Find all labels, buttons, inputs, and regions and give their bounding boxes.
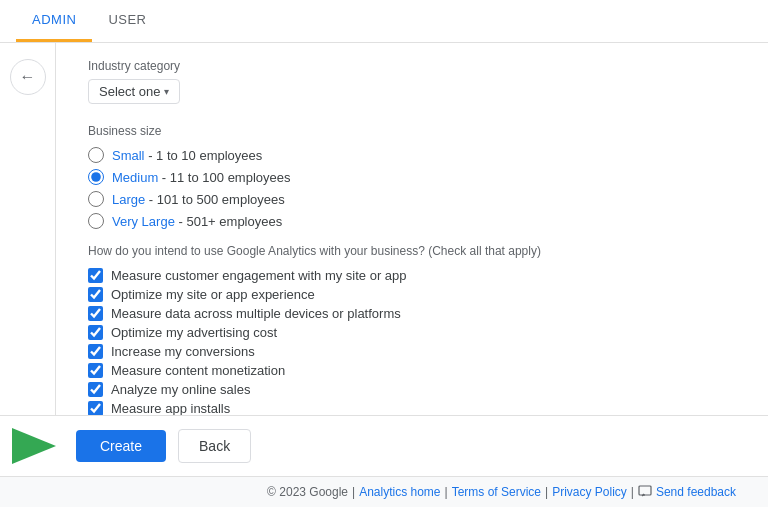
footer-sep4: | (631, 485, 634, 499)
list-item: Optimize my site or app experience (88, 285, 736, 304)
footer-sep3: | (545, 485, 548, 499)
radio-very-large: Very Large - 501+ employees (88, 210, 736, 232)
green-arrow-icon (12, 428, 56, 464)
business-size-group: Small - 1 to 10 employees Medium - 11 to… (88, 144, 736, 232)
cb1-label[interactable]: Measure customer engagement with my site… (111, 268, 407, 283)
checkbox-cb5[interactable] (88, 344, 103, 359)
radio-large: Large - 101 to 500 employees (88, 188, 736, 210)
main-layout: ← Industry category Select one ▾ Busines… (0, 43, 768, 415)
radio-small-input[interactable] (88, 147, 104, 163)
radio-small-label[interactable]: Small - 1 to 10 employees (112, 148, 262, 163)
radio-medium-label[interactable]: Medium - 11 to 100 employees (112, 170, 291, 185)
checkbox-cb1[interactable] (88, 268, 103, 283)
cb8-label[interactable]: Measure app installs (111, 401, 230, 415)
tab-user[interactable]: USER (92, 0, 162, 42)
cb7-label[interactable]: Analyze my online sales (111, 382, 250, 397)
feedback-icon (638, 485, 652, 499)
checkbox-cb2[interactable] (88, 287, 103, 302)
footer-copyright: © 2023 Google (267, 485, 348, 499)
cb3-label[interactable]: Measure data across multiple devices or … (111, 306, 401, 321)
bottom-bar: Create Back (0, 415, 768, 476)
radio-medium: Medium - 11 to 100 employees (88, 166, 736, 188)
footer-terms[interactable]: Terms of Service (452, 485, 541, 499)
checkbox-cb7[interactable] (88, 382, 103, 397)
business-size-label: Business size (88, 124, 736, 138)
checkbox-cb4[interactable] (88, 325, 103, 340)
checkbox-cb3[interactable] (88, 306, 103, 321)
radio-small: Small - 1 to 10 employees (88, 144, 736, 166)
footer-send-feedback[interactable]: Send feedback (656, 485, 736, 499)
list-item: Optimize my advertising cost (88, 323, 736, 342)
list-item: Measure customer engagement with my site… (88, 266, 736, 285)
select-one-label: Select one (99, 84, 160, 99)
cb5-label[interactable]: Increase my conversions (111, 344, 255, 359)
cb6-label[interactable]: Measure content monetization (111, 363, 285, 378)
top-tabs: ADMIN USER (0, 0, 768, 43)
cb4-label[interactable]: Optimize my advertising cost (111, 325, 277, 340)
back-button[interactable]: Back (178, 429, 251, 463)
svg-rect-1 (639, 486, 651, 495)
checkbox-cb8[interactable] (88, 401, 103, 415)
radio-large-label[interactable]: Large - 101 to 500 employees (112, 192, 285, 207)
sidebar: ← (0, 43, 56, 415)
checkbox-group: Measure customer engagement with my site… (88, 266, 736, 415)
radio-large-input[interactable] (88, 191, 104, 207)
svg-marker-0 (12, 428, 56, 464)
action-row: Create Back (32, 428, 736, 464)
radio-very-large-input[interactable] (88, 213, 104, 229)
create-button[interactable]: Create (76, 430, 166, 462)
radio-medium-input[interactable] (88, 169, 104, 185)
tab-admin[interactable]: ADMIN (16, 0, 92, 42)
back-icon-button[interactable]: ← (10, 59, 46, 95)
radio-very-large-label[interactable]: Very Large - 501+ employees (112, 214, 282, 229)
footer-privacy[interactable]: Privacy Policy (552, 485, 627, 499)
footer-sep2: | (445, 485, 448, 499)
intend-question: How do you intend to use Google Analytic… (88, 244, 736, 258)
industry-label: Industry category (88, 59, 736, 73)
footer-sep1: | (352, 485, 355, 499)
list-item: Measure content monetization (88, 361, 736, 380)
footer-analytics-home[interactable]: Analytics home (359, 485, 440, 499)
list-item: Measure data across multiple devices or … (88, 304, 736, 323)
footer: © 2023 Google | Analytics home | Terms o… (0, 476, 768, 507)
list-item: Increase my conversions (88, 342, 736, 361)
dropdown-arrow-icon: ▾ (164, 86, 169, 97)
checkbox-cb6[interactable] (88, 363, 103, 378)
list-item: Measure app installs (88, 399, 736, 415)
industry-select[interactable]: Select one ▾ (88, 79, 180, 104)
content-area: Industry category Select one ▾ Business … (56, 43, 768, 415)
cb2-label[interactable]: Optimize my site or app experience (111, 287, 315, 302)
footer-feedback-group: Send feedback (638, 485, 736, 499)
list-item: Analyze my online sales (88, 380, 736, 399)
